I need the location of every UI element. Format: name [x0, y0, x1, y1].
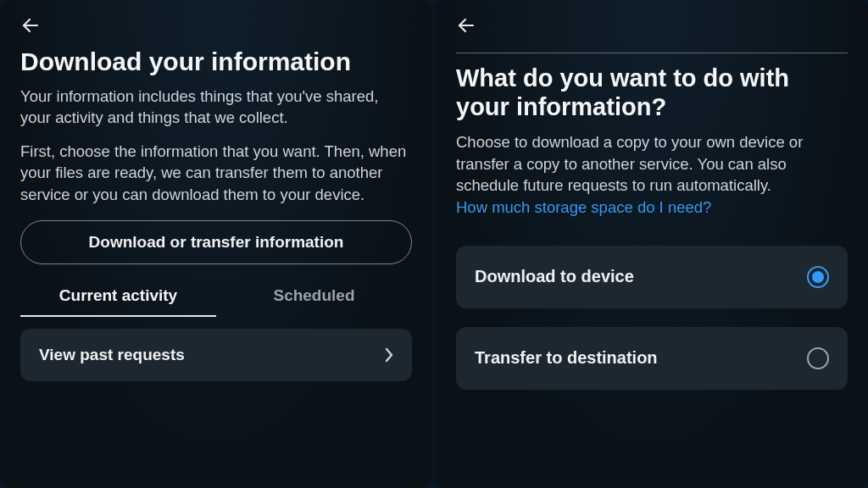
download-or-transfer-button[interactable]: Download or transfer information [20, 220, 412, 264]
back-arrow-icon[interactable] [20, 15, 41, 36]
options-list: Download to device Transfer to destinati… [456, 246, 848, 408]
option-transfer-to-destination[interactable]: Transfer to destination [456, 327, 848, 390]
option-download-to-device[interactable]: Download to device [456, 246, 848, 308]
back-arrow-icon[interactable] [456, 15, 476, 36]
tab-current-activity[interactable]: Current activity [20, 280, 216, 317]
tab-scheduled[interactable]: Scheduled [216, 280, 412, 317]
description-text: Choose to download a copy to your own de… [456, 133, 803, 194]
page-title: Download your information [20, 47, 412, 77]
radio-unselected-icon [807, 347, 829, 369]
view-past-requests-row[interactable]: View past requests [20, 329, 412, 381]
page-title: What do you want to do with your informa… [456, 64, 848, 121]
activity-tabs: Current activity Scheduled [20, 280, 412, 317]
divider [456, 53, 848, 53]
panel-download-info: Download your information Your informati… [0, 0, 432, 488]
option-label: Transfer to destination [475, 348, 658, 368]
intro-paragraph-2: First, choose the information that you w… [20, 141, 412, 206]
chevron-right-icon [385, 347, 393, 363]
view-past-requests-label: View past requests [39, 346, 185, 364]
radio-selected-icon [807, 266, 829, 288]
storage-space-link[interactable]: How much storage space do I need? [456, 198, 711, 216]
panel-choose-action: What do you want to do with your informa… [436, 0, 868, 488]
option-label: Download to device [475, 267, 634, 286]
intro-paragraph-1: Your information includes things that yo… [20, 86, 412, 129]
description-paragraph: Choose to download a copy to your own de… [456, 131, 848, 218]
